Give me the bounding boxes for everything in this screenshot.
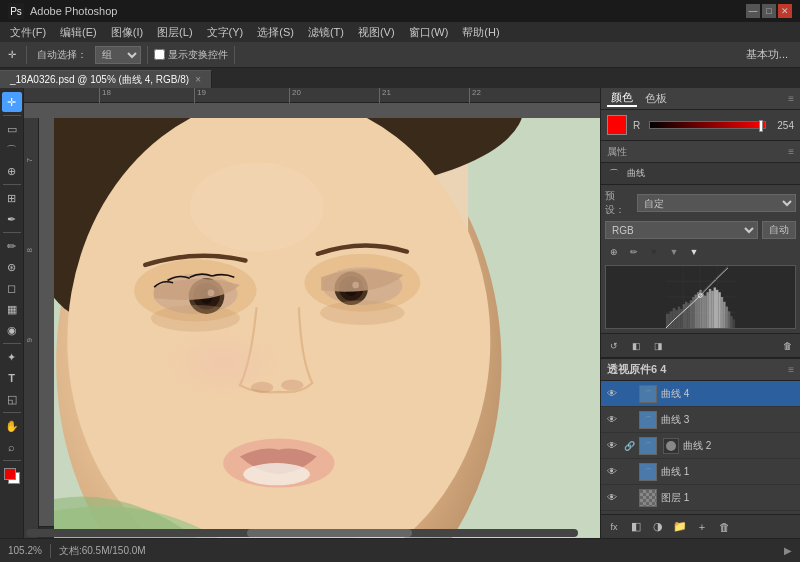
layer-eye-icon[interactable]: 👁: [605, 413, 619, 427]
curves-collapse-icon[interactable]: ≡: [788, 146, 794, 157]
svg-rect-50: [709, 289, 711, 328]
tool-move[interactable]: ✛: [2, 92, 22, 112]
tool-zoom[interactable]: ⌕: [2, 437, 22, 457]
preset-select[interactable]: 自定: [637, 194, 796, 212]
svg-rect-52: [714, 287, 716, 328]
layers-new-btn[interactable]: +: [693, 518, 711, 536]
layers-mask-btn[interactable]: ◧: [627, 518, 645, 536]
tool-pen[interactable]: ✦: [2, 347, 22, 367]
tool-clone[interactable]: ⊛: [2, 257, 22, 277]
color-fg-swatch[interactable]: [607, 115, 627, 135]
curves-tool-eyedropper-black[interactable]: ▼: [645, 243, 663, 261]
move-icon: ✛: [8, 49, 16, 60]
layer-item[interactable]: 👁 🔗 ⌒ 曲线 2: [601, 433, 800, 459]
layer-item[interactable]: 👁 ⌒ 曲线 1: [601, 459, 800, 485]
tool-eyedropper[interactable]: ✒: [2, 209, 22, 229]
swatches-tab[interactable]: 色板: [641, 91, 671, 106]
main-layout: ✛ ▭ ⌒ ⊕ ⊞ ✒ ✏ ⊛ ◻ ▦ ◉ ✦ T ◱ ✋ ⌕ 18: [0, 88, 800, 538]
ruler-tick-21: 21: [379, 88, 391, 103]
svg-rect-48: [704, 296, 706, 328]
tool-dodge[interactable]: ◉: [2, 320, 22, 340]
menu-view[interactable]: 视图(V): [352, 22, 401, 42]
layers-fx-btn[interactable]: fx: [605, 518, 623, 536]
show-transform-checkbox[interactable]: [154, 49, 165, 60]
menu-text[interactable]: 文字(Y): [201, 22, 250, 42]
menu-layer[interactable]: 图层(L): [151, 22, 198, 42]
layer-eye-icon[interactable]: 👁: [605, 387, 619, 401]
menu-file[interactable]: 文件(F): [4, 22, 52, 42]
color-r-slider[interactable]: [649, 121, 766, 129]
layer-item[interactable]: 👁 ⌒ 曲线 4: [601, 381, 800, 407]
tool-marquee[interactable]: ▭: [2, 119, 22, 139]
menu-window[interactable]: 窗口(W): [403, 22, 455, 42]
color-tab[interactable]: 颜色: [607, 90, 637, 107]
canvas-viewport[interactable]: [54, 118, 600, 538]
curves-btn-clip-shadow[interactable]: ◧: [627, 337, 645, 355]
tool-lasso[interactable]: ⌒: [2, 140, 22, 160]
svg-point-26: [320, 301, 405, 325]
auto-button[interactable]: 自动: [762, 221, 796, 239]
curves-tool-point[interactable]: ⊕: [605, 243, 623, 261]
layers-group-btn[interactable]: 📁: [671, 518, 689, 536]
toolbar-sep2: [147, 46, 148, 64]
minimize-button[interactable]: —: [746, 4, 760, 18]
menu-help[interactable]: 帮助(H): [456, 22, 505, 42]
channel-select[interactable]: RGB 红 绿 蓝: [605, 221, 758, 239]
layer-eye-icon[interactable]: 👁: [605, 439, 619, 453]
ruler-tick-22: 22: [469, 88, 481, 103]
tool-crop[interactable]: ⊞: [2, 188, 22, 208]
tool-eraser[interactable]: ◻: [2, 278, 22, 298]
layers-menu-icon[interactable]: ≡: [788, 364, 794, 375]
title-bar-controls[interactable]: — □ ✕: [746, 4, 792, 18]
app-logo: Ps: [8, 3, 24, 19]
close-button[interactable]: ✕: [778, 4, 792, 18]
property-icon-row: ⌒ 曲线: [601, 163, 800, 185]
tool-sep4: [3, 343, 21, 344]
curves-tool-pencil[interactable]: ✏: [625, 243, 643, 261]
layer-eye-icon[interactable]: 👁: [605, 491, 619, 505]
menu-image[interactable]: 图像(I): [105, 22, 149, 42]
layers-delete-btn[interactable]: 🗑: [715, 518, 733, 536]
vertical-ruler: 7 8 9: [24, 118, 39, 538]
tool-hand[interactable]: ✋: [2, 416, 22, 436]
curves-btn-delete[interactable]: 🗑: [778, 337, 796, 355]
auto-select-dropdown[interactable]: 组 图层: [95, 46, 141, 64]
layer-eye-icon[interactable]: 👁: [605, 465, 619, 479]
curves-btn-clip-highlight[interactable]: ◨: [649, 337, 667, 355]
curves-icon[interactable]: ⌒: [605, 165, 623, 183]
layers-bottom-bar: fx ◧ ◑ 📁 + 🗑: [601, 514, 800, 538]
document-tab[interactable]: _18A0326.psd @ 105% (曲线 4, RGB/8) ×: [0, 70, 212, 88]
menu-edit[interactable]: 编辑(E): [54, 22, 103, 42]
tab-close-btn[interactable]: ×: [195, 74, 201, 85]
scrollbar-thumb-h[interactable]: [247, 529, 413, 537]
layer-mask-thumb[interactable]: [663, 438, 679, 454]
tool-brush[interactable]: ✏: [2, 236, 22, 256]
maximize-button[interactable]: □: [762, 4, 776, 18]
tool-shape[interactable]: ◱: [2, 389, 22, 409]
layer-thumb: ⌒: [639, 437, 657, 455]
status-play-btn[interactable]: ▶: [784, 545, 792, 556]
menu-filter[interactable]: 滤镜(T): [302, 22, 350, 42]
layer-item[interactable]: 👁 ⌒ 曲线 3: [601, 407, 800, 433]
curves-tool-eyedropper-white[interactable]: ▼: [685, 243, 703, 261]
tool-gradient[interactable]: ▦: [2, 299, 22, 319]
ruler-tick-18: 18: [99, 88, 111, 103]
menu-select[interactable]: 选择(S): [251, 22, 300, 42]
curves-tool-eyedropper-gray[interactable]: ▼: [665, 243, 683, 261]
auto-select-label: 自动选择：: [33, 44, 91, 66]
tool-magic-wand[interactable]: ⊕: [2, 161, 22, 181]
panel-menu-icon[interactable]: ≡: [788, 93, 794, 104]
tool-text[interactable]: T: [2, 368, 22, 388]
color-fg-bg[interactable]: [2, 466, 22, 486]
move-tool-btn[interactable]: ✛: [4, 44, 20, 66]
fg-color-swatch[interactable]: [4, 468, 16, 480]
color-swatch-row: R 254: [601, 110, 800, 140]
curves-graph-svg[interactable]: [605, 265, 796, 329]
svg-rect-59: [730, 316, 732, 328]
curves-btn-reset[interactable]: ↺: [605, 337, 623, 355]
layer-item[interactable]: 👁 图层 1: [601, 485, 800, 511]
layers-header-controls: ≡: [788, 364, 794, 375]
layers-adjustment-btn[interactable]: ◑: [649, 518, 667, 536]
curves-header-controls: ≡: [788, 146, 794, 157]
scrollbar-track-h[interactable]: [26, 529, 578, 537]
